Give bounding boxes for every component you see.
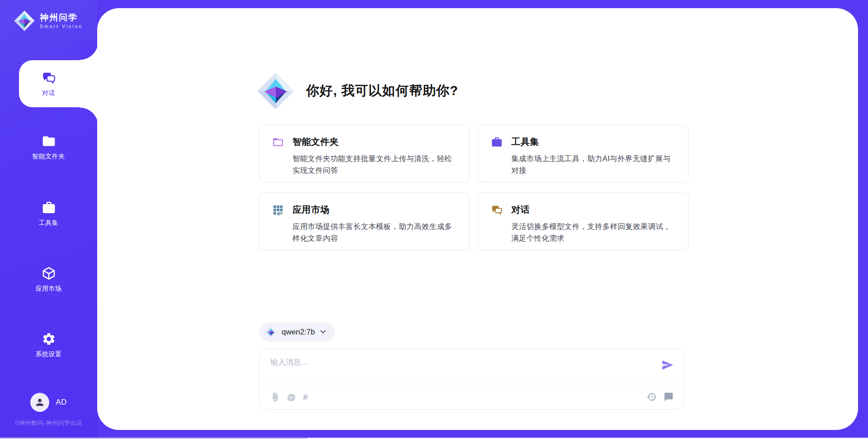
person-icon xyxy=(34,397,45,408)
attachment-icon[interactable] xyxy=(270,392,280,402)
composer-toolbar: @ # xyxy=(270,384,674,410)
app-title: 神州问学 xyxy=(40,13,83,23)
app-logo: 神州问学 Smart Vision xyxy=(14,10,83,32)
tab-fillet-top xyxy=(80,41,99,60)
app-subtitle: Smart Vision xyxy=(40,24,83,29)
brand-diamond-icon xyxy=(265,326,277,338)
avatar xyxy=(30,393,49,412)
message-composer: @ # xyxy=(259,348,684,410)
sidebar-item-label: 对话 xyxy=(42,89,55,97)
chat-bubble-icon[interactable] xyxy=(664,392,674,402)
hashtag-icon[interactable]: # xyxy=(303,392,308,402)
card-toolset[interactable]: 工具集 集成市场上主流工具，助力AI与外界无缝扩展与对接 xyxy=(478,124,689,182)
card-title: 对话 xyxy=(511,204,530,216)
cube-icon xyxy=(42,266,56,281)
briefcase-icon xyxy=(491,136,503,148)
folder-icon xyxy=(42,134,56,148)
card-description: 集成市场上主流工具，助力AI与外界无缝扩展与对接 xyxy=(511,153,676,176)
send-icon[interactable] xyxy=(661,359,674,371)
sidebar: 神州问学 Smart Vision 对话 智能文件夹 工具集 xyxy=(0,0,97,439)
card-app-market[interactable]: 应用市场 应用市场提供丰富长文本模板，助力高效生成多样化文章内容 xyxy=(259,192,470,250)
chat-icon xyxy=(491,204,503,216)
greeting-block: 你好, 我可以如何帮助你? xyxy=(256,72,458,110)
sidebar-item-settings[interactable]: 系统设置 xyxy=(0,321,97,368)
briefcase-icon xyxy=(42,200,56,215)
sidebar-item-chat[interactable]: 对话 xyxy=(0,60,97,107)
message-input[interactable] xyxy=(270,357,650,381)
copyright-text: ©神州数码·神州问学出品 xyxy=(0,419,97,427)
card-description: 应用市场提供丰富长文本模板，助力高效生成多样化文章内容 xyxy=(292,221,458,244)
main-panel: 你好, 我可以如何帮助你? 智能文件夹 智能文件夹功能支持批量文件上传与清洗，轻… xyxy=(97,8,858,430)
card-chat[interactable]: 对话 灵活切换多模型文件，支持多样回复效果调试，满足个性化需求 xyxy=(478,192,689,250)
model-selector[interactable]: qwen2:7b xyxy=(259,322,335,342)
sidebar-item-label: 工具集 xyxy=(39,219,59,227)
sidebar-item-app-market[interactable]: 应用市场 xyxy=(0,256,97,303)
card-title: 工具集 xyxy=(511,136,539,148)
greeting-title: 你好, 我可以如何帮助你? xyxy=(306,82,458,100)
brand-diamond-icon xyxy=(14,10,35,32)
sidebar-item-smart-folder[interactable]: 智能文件夹 xyxy=(0,124,97,171)
feature-cards: 智能文件夹 智能文件夹功能支持批量文件上传与清洗，轻松实现文件问答 工具集 集成… xyxy=(259,124,689,250)
model-name: qwen2:7b xyxy=(282,328,315,337)
gear-icon xyxy=(42,332,56,346)
card-smart-folder[interactable]: 智能文件夹 智能文件夹功能支持批量文件上传与清洗，轻松实现文件问答 xyxy=(259,124,470,182)
sidebar-item-label: 应用市场 xyxy=(36,285,62,293)
grid-icon xyxy=(272,204,284,216)
card-title: 智能文件夹 xyxy=(292,136,339,148)
card-title: 应用市场 xyxy=(292,204,330,216)
card-description: 智能文件夹功能支持批量文件上传与清洗，轻松实现文件问答 xyxy=(292,153,458,176)
folder-open-icon xyxy=(272,136,284,148)
chevron-down-icon xyxy=(320,330,326,334)
chat-icon xyxy=(42,71,56,85)
user-name: AD xyxy=(56,398,67,407)
sidebar-item-label: 智能文件夹 xyxy=(32,153,65,161)
sidebar-item-label: 系统设置 xyxy=(36,350,62,358)
brand-diamond-icon xyxy=(256,72,295,110)
app-window: 神州问学 Smart Vision 对话 智能文件夹 工具集 xyxy=(0,0,868,439)
user-profile[interactable]: AD xyxy=(0,393,97,412)
sidebar-item-toolset[interactable]: 工具集 xyxy=(0,190,97,237)
mention-icon[interactable]: @ xyxy=(287,392,296,402)
history-icon[interactable] xyxy=(646,392,656,402)
card-description: 灵活切换多模型文件，支持多样回复效果调试，满足个性化需求 xyxy=(511,221,676,244)
